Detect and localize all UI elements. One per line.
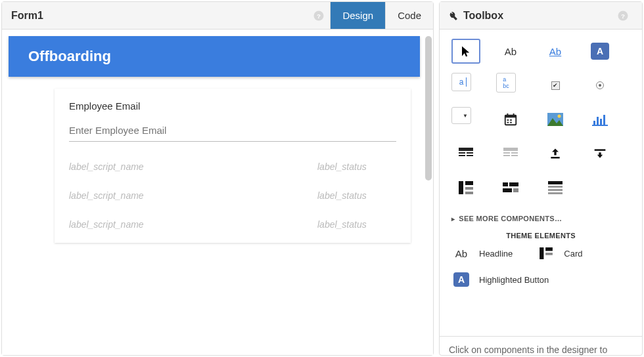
tool-pointer[interactable] — [451, 39, 480, 64]
svg-rect-18 — [592, 125, 608, 126]
tool-dropdown[interactable]: ▼ — [451, 107, 471, 124]
svg-rect-26 — [511, 152, 518, 154]
svg-rect-44 — [545, 247, 553, 251]
cell-status: label_status — [317, 190, 396, 201]
cell-status: label_status — [317, 161, 396, 172]
form-title: Form1 — [2, 10, 313, 22]
svg-rect-42 — [548, 192, 563, 194]
theme-headline-label: Headline — [479, 249, 513, 259]
svg-rect-34 — [465, 192, 473, 194]
see-more-components[interactable]: SEE MORE COMPONENTS… — [451, 209, 630, 228]
tool-column-panel[interactable] — [451, 175, 480, 200]
highlighted-button-icon: A — [451, 272, 471, 287]
link-glyph: Ab — [549, 46, 561, 57]
wrench-icon — [448, 10, 458, 21]
svg-rect-40 — [548, 186, 563, 188]
svg-rect-32 — [465, 181, 473, 185]
theme-elements-header: THEME ELEMENTS — [451, 228, 630, 247]
svg-point-13 — [558, 115, 561, 118]
svg-rect-24 — [503, 148, 518, 151]
tool-textarea[interactable]: abc — [496, 73, 516, 93]
theme-row-1: Ab Headline Card — [451, 247, 630, 259]
tool-image[interactable] — [541, 107, 570, 132]
tool-datagrid[interactable] — [451, 141, 480, 166]
svg-rect-39 — [548, 181, 563, 184]
theme-highlighted-button-label: Highlighted Button — [479, 275, 549, 285]
svg-rect-15 — [597, 117, 599, 125]
tool-fileupload[interactable] — [541, 141, 570, 166]
toolbox-title: Toolbox — [463, 10, 617, 22]
form-header-bar[interactable]: Offboarding — [9, 36, 420, 77]
svg-rect-23 — [467, 155, 473, 156]
cell-script-name: label_script_name — [69, 219, 317, 230]
email-input[interactable] — [69, 121, 396, 142]
svg-rect-37 — [503, 188, 512, 192]
svg-rect-9 — [510, 119, 512, 121]
help-icon[interactable]: ? — [617, 10, 629, 22]
tool-textbox[interactable]: a — [451, 73, 471, 91]
design-canvas[interactable]: Offboarding Employee Email label_script_… — [2, 30, 433, 355]
svg-rect-7 — [513, 114, 515, 116]
cell-status: label_status — [317, 219, 396, 230]
tool-radio[interactable] — [586, 73, 614, 98]
theme-card[interactable]: Card — [536, 247, 582, 259]
tool-label[interactable]: Ab — [496, 39, 525, 64]
cell-script-name: label_script_name — [69, 161, 317, 172]
svg-rect-38 — [513, 188, 518, 192]
help-icon[interactable]: ? — [313, 10, 325, 22]
card-icon — [536, 247, 556, 259]
tool-button[interactable]: A — [586, 39, 614, 64]
svg-rect-17 — [603, 115, 605, 125]
table-row[interactable]: label_script_name label_status — [69, 210, 396, 239]
toolbox-header: Toolbox ? — [440, 2, 642, 30]
svg-rect-5 — [505, 116, 517, 118]
svg-rect-43 — [540, 247, 543, 259]
tool-linear-panel[interactable] — [541, 175, 570, 200]
canvas-scrollbar[interactable] — [425, 36, 432, 180]
svg-rect-29 — [551, 157, 559, 159]
svg-rect-41 — [548, 189, 563, 191]
svg-rect-10 — [507, 122, 509, 123]
radio-icon — [596, 81, 604, 89]
tab-code[interactable]: Code — [385, 2, 433, 29]
tool-datepicker[interactable] — [496, 107, 525, 132]
toolbox-hint: Click on components in the designer to — [440, 336, 642, 355]
svg-rect-16 — [600, 119, 602, 125]
tool-chart[interactable] — [586, 107, 614, 132]
label-glyph: Ab — [505, 46, 517, 57]
tool-link[interactable]: Ab — [541, 39, 570, 64]
theme-headline[interactable]: Ab Headline — [451, 247, 513, 259]
tool-spacer[interactable] — [586, 141, 614, 166]
tool-flow-panel[interactable] — [496, 175, 525, 200]
svg-rect-30 — [595, 149, 606, 151]
svg-rect-35 — [503, 182, 508, 186]
svg-text:?: ? — [621, 12, 625, 19]
toolbox-body: Ab Ab A a abc ✔ ▼ — [440, 30, 642, 336]
svg-rect-33 — [465, 187, 473, 190]
field-label-email[interactable]: Employee Email — [69, 100, 396, 112]
tool-checkbox[interactable]: ✔ — [541, 73, 570, 98]
svg-rect-20 — [459, 152, 465, 154]
checkbox-icon: ✔ — [551, 81, 560, 90]
tool-repeating-panel[interactable] — [496, 141, 525, 166]
headline-icon: Ab — [451, 248, 471, 259]
svg-rect-6 — [507, 114, 509, 116]
cell-script-name: label_script_name — [69, 190, 317, 201]
button-glyph: A — [591, 43, 609, 60]
table-row[interactable]: label_script_name label_status — [69, 152, 396, 181]
left-header: Form1 ? Design Code — [2, 2, 433, 30]
svg-rect-21 — [467, 152, 473, 154]
form-designer-pane: Form1 ? Design Code Offboarding Employee… — [1, 1, 434, 356]
svg-rect-25 — [503, 152, 510, 154]
svg-rect-11 — [510, 122, 512, 123]
svg-rect-14 — [593, 121, 595, 125]
tool-grid: Ab Ab A a abc ✔ ▼ — [451, 39, 630, 200]
table-row[interactable]: label_script_name label_status — [69, 181, 396, 210]
svg-rect-31 — [459, 181, 463, 194]
theme-highlighted-button[interactable]: A Highlighted Button — [451, 272, 630, 287]
form-card[interactable]: Employee Email label_script_name label_s… — [55, 89, 411, 243]
tab-design[interactable]: Design — [330, 2, 385, 29]
svg-rect-8 — [507, 119, 509, 121]
toolbox-pane: Toolbox ? Ab Ab A a abc ✔ ▼ — [439, 1, 643, 356]
svg-text:?: ? — [317, 12, 321, 19]
